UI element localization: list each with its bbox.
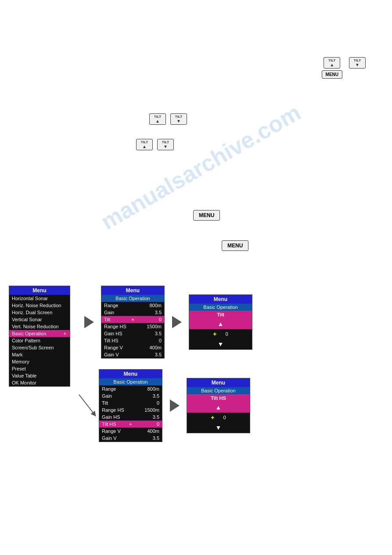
tilt-up-button-mid[interactable]: TILT ▲ [149, 113, 166, 125]
tilt-hs-panel-arrow-down[interactable]: ▼ [187, 422, 250, 433]
param-row-range-v-1[interactable]: Range V400m [101, 344, 164, 351]
menu-item-vertical-sonar[interactable]: Vertical Sonar [9, 316, 70, 323]
param-value-range-1: 800m [149, 303, 162, 308]
tilt-up-label-lower: TILT [141, 140, 148, 144]
param-row-gain-hs-1[interactable]: Gain HS3.5 [101, 330, 164, 337]
param-label-range-hs-1: Range HS [104, 324, 126, 329]
tilt-panel-1-header: Menu [189, 295, 252, 304]
param-row-tilt-2[interactable]: Tilt0 [99, 399, 162, 406]
param-row-tilt-hs-1[interactable]: Tilt HS0 [101, 337, 164, 344]
param-value-gain-hs-2: 3.5 [153, 414, 159, 420]
param-value-range-v-2: 400m [147, 428, 159, 434]
menu-item-memory[interactable]: Memory [9, 358, 70, 365]
param-value-gain-1: 3.5 [155, 310, 162, 315]
arrow-tri-2 [172, 316, 182, 328]
tilt-up-label-1: TILT [328, 58, 335, 62]
tilt-group-lower: TILT ▲ TILT ▼ [136, 139, 174, 150]
tilt-down-button-mid[interactable]: TILT ▼ [170, 113, 187, 125]
param-row-gain-1[interactable]: Gain3.5 [101, 309, 164, 316]
arrow-tri-1 [84, 316, 94, 328]
param-row-range-1[interactable]: Range800m [101, 302, 164, 309]
arrow-right-3 [162, 399, 187, 412]
tilt-hs-panel-value-row: + 0 [187, 413, 250, 422]
menu-item-vert-noise[interactable]: Vert. Noise Reduction [9, 323, 70, 330]
tilt-hs-plus-mark-2: + [129, 421, 132, 427]
main-menu-panel: Menu Horizontal Sonar Horiz. Noise Reduc… [9, 286, 70, 387]
menu-item-horiz-noise[interactable]: Horiz. Noise Reduction [9, 302, 70, 309]
menu-item-value-table[interactable]: Value Table [9, 372, 70, 379]
param-value-tilt-2: 0 [157, 400, 159, 406]
tilt-down-label-1: TILT [354, 58, 361, 62]
tilt-down-label-mid: TILT [175, 115, 182, 119]
tilt-plus-mark-1: + [131, 317, 134, 322]
menu-button-1[interactable]: MENU [322, 70, 342, 79]
param-row-gain-v-2[interactable]: Gain V3.5 [99, 435, 162, 442]
param-label-range-hs-2: Range HS [102, 407, 124, 413]
tilt-panel-1-arrow-up[interactable]: ▲ [189, 319, 252, 329]
tilt-up-label-mid: TILT [154, 115, 161, 119]
tilt-up-button-lower[interactable]: TILT ▲ [136, 139, 153, 150]
basic-panel-2-header: Menu [99, 370, 162, 378]
tilt-hs-panel-value: 0 [223, 415, 226, 420]
param-value-gain-2: 3.5 [153, 393, 159, 399]
tilt-panel-1-arrow-down[interactable]: ▼ [189, 339, 252, 349]
param-value-gain-v-2: 3.5 [153, 435, 159, 441]
tilt-down-arrow-mid: ▼ [176, 119, 181, 123]
tilt-panel-1: Menu Basic Operation Tilt ▲ + 0 ▼ [189, 294, 252, 350]
menu-item-screen-sub[interactable]: Screen/Sub Screen [9, 344, 70, 351]
menu-item-preset[interactable]: Preset [9, 365, 70, 372]
param-value-range-hs-1: 1500m [147, 324, 162, 329]
tilt-up-arrow-1: ▲ [330, 62, 334, 67]
menu-item-horiz-dual[interactable]: Horiz. Dual Screen [9, 309, 70, 316]
tilt-col-1: TILT ▲ MENU [322, 57, 342, 79]
tilt-hs-panel-plus: + [211, 414, 214, 421]
basic-panel-2: Menu Basic Operation Range800m Gain3.5 T… [99, 369, 162, 442]
param-value-gain-v-1: 3.5 [155, 352, 162, 357]
tilt-hs-panel-arrow-up[interactable]: ▲ [187, 402, 250, 413]
tilt-down-arrow-1: ▼ [355, 62, 360, 67]
menu-item-ok-monitor[interactable]: OK Monitor [9, 379, 70, 386]
tilt-hs-panel-sub: Basic Operation [187, 387, 250, 394]
tilt-down-button-lower[interactable]: TILT ▼ [157, 139, 174, 150]
menu-button-large-1[interactable]: MENU [193, 210, 220, 221]
menu-item-horizontal-sonar[interactable]: Horizontal Sonar [9, 295, 70, 302]
bottom-path: Menu Basic Operation Range800m Gain3.5 T… [77, 369, 250, 442]
arrow-right-2 [165, 316, 189, 328]
param-label-gain-hs-1: Gain HS [104, 331, 122, 336]
menu-panel: Menu Horizontal Sonar Horiz. Noise Reduc… [9, 286, 70, 387]
menu-button-large-2[interactable]: MENU [222, 240, 248, 251]
tilt-panel-1-value-row: + 0 [189, 329, 252, 339]
param-row-tilt-hs-2[interactable]: Tilt HS+0 [99, 421, 162, 428]
param-label-range-2: Range [102, 386, 116, 392]
arrow-diagonal-svg [77, 392, 99, 419]
param-label-tilt-2: Tilt [102, 400, 108, 406]
tilt-hs-panel-header: Menu [187, 378, 250, 387]
tilt-panel-1-plus: + [213, 330, 216, 337]
param-value-range-hs-2: 1500m [144, 407, 159, 413]
param-row-gain-v-1[interactable]: Gain V3.5 [101, 351, 164, 358]
tilt-up-arrow-lower: ▲ [142, 144, 147, 149]
param-row-gain-2[interactable]: Gain3.5 [99, 392, 162, 399]
menu-item-color-pattern[interactable]: Color Pattern [9, 337, 70, 344]
param-label-gain-v-1: Gain V [104, 352, 119, 357]
menu-item-mark[interactable]: Mark [9, 351, 70, 358]
tilt-down-button-1[interactable]: TILT ▼ [349, 57, 366, 69]
param-row-range-v-2[interactable]: Range V400m [99, 428, 162, 435]
param-row-range-hs-1[interactable]: Range HS1500m [101, 323, 164, 330]
basic-panel-1-sub: Basic Operation [101, 295, 164, 302]
menu-item-basic-op[interactable]: Basic Operation [9, 330, 70, 337]
param-row-gain-hs-2[interactable]: Gain HS3.5 [99, 414, 162, 421]
tilt-up-arrow-mid: ▲ [155, 119, 160, 123]
param-value-range-v-1: 400m [149, 345, 162, 350]
tilt-down-arrow-lower: ▼ [163, 144, 168, 149]
param-label-gain-v-2: Gain V [102, 435, 117, 441]
param-row-range-2[interactable]: Range800m [99, 385, 162, 392]
tilt-col-2: TILT ▼ [349, 57, 366, 69]
arrow-tri-3 [170, 399, 180, 412]
param-label-tilt-hs-2: Tilt HS [102, 421, 116, 427]
tilt-up-button-1[interactable]: TILT ▲ [324, 57, 340, 69]
arrow-diagonal-block [77, 392, 99, 419]
param-row-tilt-1[interactable]: Tilt+0 [101, 316, 164, 323]
param-row-range-hs-2[interactable]: Range HS1500m [99, 406, 162, 414]
param-label-tilt-hs-1: Tilt HS [104, 338, 119, 343]
